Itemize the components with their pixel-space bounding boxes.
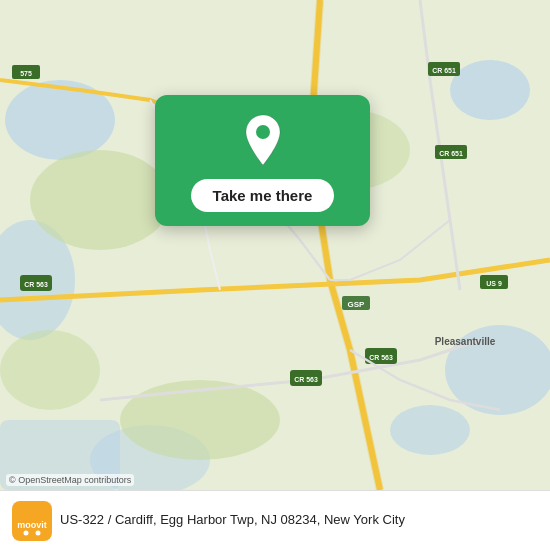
take-me-there-button[interactable]: Take me there: [191, 179, 335, 212]
svg-text:CR 563: CR 563: [294, 376, 318, 383]
map-container: GSP GSP CR 563 CR 563 CR 563 575 CR 651 …: [0, 0, 550, 490]
moovit-logo: moovit: [12, 501, 52, 541]
svg-text:Pleasantville: Pleasantville: [435, 336, 496, 347]
svg-point-3: [450, 60, 530, 120]
location-card: Take me there: [155, 95, 370, 226]
svg-point-9: [120, 380, 280, 460]
svg-point-35: [36, 530, 41, 535]
svg-text:GSP: GSP: [348, 300, 366, 309]
osm-attribution: © OpenStreetMap contributors: [6, 474, 134, 486]
svg-text:US 9: US 9: [486, 280, 502, 287]
svg-text:CR 563: CR 563: [369, 354, 393, 361]
location-text: US-322 / Cardiff, Egg Harbor Twp, NJ 082…: [60, 512, 405, 527]
bottom-bar: moovit US-322 / Cardiff, Egg Harbor Twp,…: [0, 490, 550, 550]
svg-point-34: [24, 530, 29, 535]
location-pin-icon: [241, 113, 285, 167]
map-background: GSP GSP CR 563 CR 563 CR 563 575 CR 651 …: [0, 0, 550, 490]
svg-point-11: [0, 330, 100, 410]
svg-text:575: 575: [20, 70, 32, 77]
svg-point-5: [390, 405, 470, 455]
svg-text:CR 651: CR 651: [432, 67, 456, 74]
location-info: US-322 / Cardiff, Egg Harbor Twp, NJ 082…: [60, 512, 538, 529]
svg-text:moovit: moovit: [17, 520, 47, 530]
svg-point-8: [30, 150, 170, 250]
svg-point-31: [256, 125, 270, 139]
svg-text:CR 563: CR 563: [24, 281, 48, 288]
svg-text:CR 651: CR 651: [439, 150, 463, 157]
